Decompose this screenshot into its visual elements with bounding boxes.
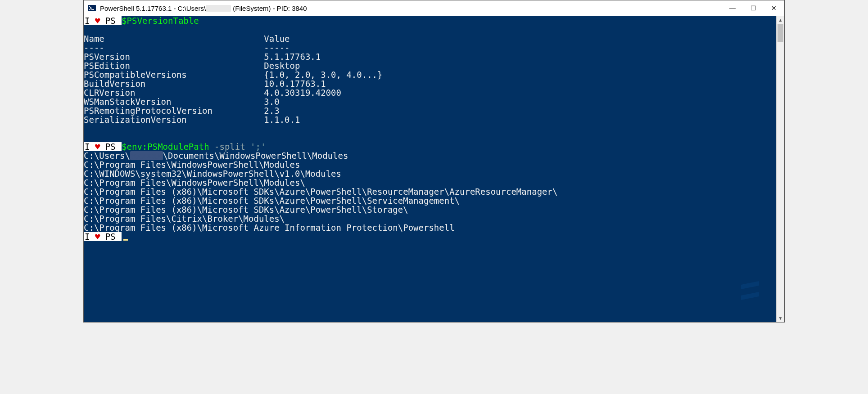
- title-redacted-username: [206, 5, 231, 12]
- maximize-icon: ☐: [750, 4, 756, 12]
- title-suffix: (FileSystem) - PID: 3840: [231, 4, 307, 12]
- window-title: PowerShell 5.1.17763.1 - C:\Users\ (File…: [100, 4, 307, 12]
- title-bar[interactable]: PowerShell 5.1.17763.1 - C:\Users\ (File…: [84, 0, 784, 16]
- client-area: I ♥ PS $PSVersionTableName Value---- ---…: [84, 16, 784, 322]
- output-row: PSEdition Desktop: [84, 61, 776, 70]
- output-row: PSVersion 5.1.17763.1: [84, 52, 776, 61]
- command-line: I ♥ PS $env:PSModulePath -split ';': [84, 142, 776, 151]
- powershell-icon: [87, 4, 96, 13]
- maximize-button[interactable]: ☐: [743, 0, 764, 16]
- output-row: PSRemotingProtocolVersion 2.3: [84, 106, 776, 115]
- command-line: I ♥ PS $PSVersionTable: [84, 16, 776, 25]
- redacted-username: xxxxxx: [130, 151, 163, 160]
- output-path: C:\Program Files (x86)\Microsoft SDKs\Az…: [84, 196, 776, 205]
- output-path: C:\Program Files\Citrix\Broker\Modules\: [84, 214, 776, 223]
- heart-icon: ♥: [95, 232, 100, 242]
- chevron-up-icon: ▲: [778, 18, 783, 22]
- window: PowerShell 5.1.17763.1 - C:\Users\ (File…: [83, 0, 785, 322]
- scroll-thumb[interactable]: [778, 24, 783, 42]
- output-row: BuildVersion 10.0.17763.1: [84, 79, 776, 88]
- close-button[interactable]: ✕: [764, 0, 784, 16]
- minimize-icon: —: [729, 4, 736, 12]
- output-row: CLRVersion 4.0.30319.42000: [84, 88, 776, 97]
- output-path: C:\Program Files\WindowsPowerShell\Modul…: [84, 178, 776, 187]
- output-divider: ---- -----: [84, 43, 776, 52]
- close-icon: ✕: [771, 4, 777, 12]
- output-path: C:\Program Files (x86)\Microsoft Azure I…: [84, 223, 776, 232]
- output-path: C:\Users\xxxxxx\Documents\WindowsPowerSh…: [84, 151, 776, 160]
- output-path: C:\Program Files (x86)\Microsoft SDKs\Az…: [84, 187, 776, 196]
- heart-icon: ♥: [95, 16, 100, 26]
- command-text: $PSVersionTable: [122, 16, 199, 26]
- scroll-up-button[interactable]: ▲: [777, 16, 784, 24]
- output-path: C:\Program Files (x86)\Microsoft SDKs\Az…: [84, 205, 776, 214]
- output-path: C:\Program Files\WindowsPowerShell\Modul…: [84, 160, 776, 169]
- prompt-badge: I ♥ PS: [84, 142, 122, 151]
- title-prefix: PowerShell 5.1.17763.1 - C:\Users\: [100, 4, 206, 12]
- vertical-scrollbar[interactable]: ▲ ▼: [776, 16, 784, 322]
- command-text: $env:PSModulePath: [122, 142, 209, 152]
- output-path: C:\WINDOWS\system32\WindowsPowerShell\v1…: [84, 169, 776, 178]
- chevron-down-icon: ▼: [778, 316, 783, 321]
- heart-icon: ♥: [95, 142, 100, 152]
- prompt-ready: I ♥ PS: [84, 232, 776, 241]
- terminal-viewport[interactable]: I ♥ PS $PSVersionTableName Value---- ---…: [84, 16, 776, 322]
- output-row: SerializationVersion 1.1.0.1: [84, 115, 776, 124]
- output-row: PSCompatibleVersions {1.0, 2.0, 3.0, 4.0…: [84, 70, 776, 79]
- output-row: WSManStackVersion 3.0: [84, 97, 776, 106]
- scroll-track[interactable]: [777, 24, 784, 314]
- prompt-badge: I ♥ PS: [84, 232, 122, 241]
- prompt-badge: I ♥ PS: [84, 16, 122, 25]
- scroll-down-button[interactable]: ▼: [777, 314, 784, 322]
- output-header: Name Value: [84, 34, 776, 43]
- watermark-logo-icon: [736, 276, 764, 306]
- text-cursor: [123, 239, 128, 241]
- command-operator: -split: [209, 142, 251, 152]
- minimize-button[interactable]: —: [722, 0, 743, 16]
- command-string: ';': [250, 142, 266, 152]
